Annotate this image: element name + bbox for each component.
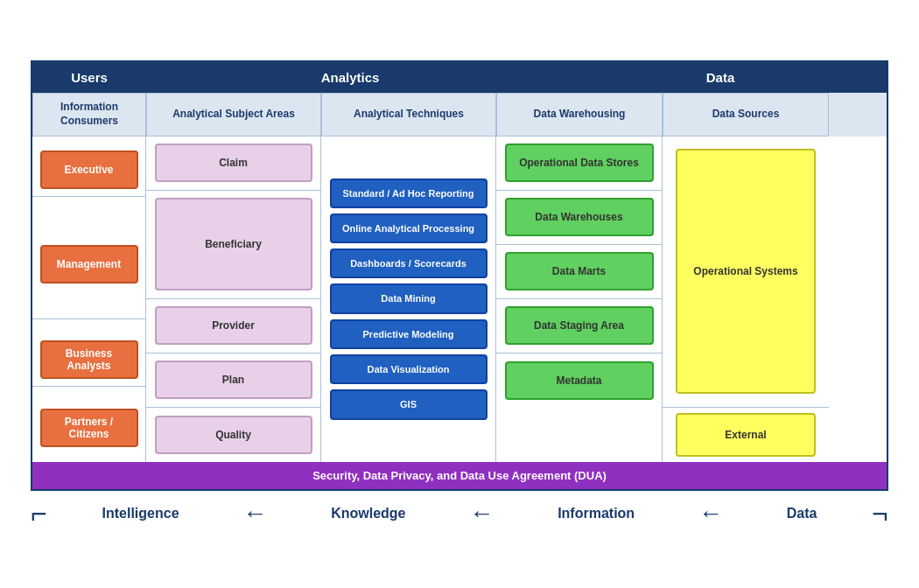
subject-plan-wrapper: Plan bbox=[146, 354, 320, 408]
sources-column: Operational Systems External bbox=[663, 136, 829, 462]
warehouse-data-marts: Data Marts bbox=[505, 252, 654, 290]
technique-olap: Online Analytical Processing bbox=[330, 214, 488, 243]
source-external: External bbox=[676, 413, 816, 457]
arrow-left-1-icon: ← bbox=[242, 500, 267, 528]
header-row: Users Analytics Data bbox=[32, 62, 887, 93]
user-partners: Partners / Citizens bbox=[40, 409, 138, 447]
bracket-right-icon: ⌐ bbox=[872, 500, 888, 528]
technique-dashboards: Dashboards / Scorecards bbox=[330, 248, 488, 278]
subject-beneficiary: Beneficiary bbox=[155, 198, 312, 290]
warehouse-operational-wrapper: Operational Data Stores bbox=[496, 136, 662, 191]
main-diagram: Users Analytics Data Information Consume… bbox=[31, 60, 888, 490]
subheader-sources: Data Sources bbox=[663, 93, 829, 136]
arrow-left-2-icon: ← bbox=[469, 500, 494, 528]
external-wrapper: External bbox=[663, 408, 829, 462]
subject-claim-wrapper: Claim bbox=[146, 136, 320, 191]
subject-quality-wrapper: Quality bbox=[146, 408, 320, 462]
subject-provider-wrapper: Provider bbox=[146, 299, 320, 354]
subheader-techniques: Analytical Techniques bbox=[321, 93, 496, 136]
header-analytics: Analytics bbox=[146, 62, 554, 93]
subheader-subject-areas: Analytical Subject Areas bbox=[146, 93, 321, 136]
techniques-column: Standard / Ad Hoc Reporting Online Analy… bbox=[321, 136, 496, 462]
warehousing-column: Operational Data Stores Data Warehouses … bbox=[496, 136, 663, 462]
subject-column: Claim Beneficiary Provider Plan Quality bbox=[146, 136, 321, 462]
flow-row: ⌐ Intelligence ← Knowledge ← Information… bbox=[31, 491, 888, 528]
technique-data-mining: Data Mining bbox=[330, 284, 488, 313]
security-bar: Security, Data Privacy, and Data Use Agr… bbox=[32, 462, 887, 489]
flow-knowledge: Knowledge bbox=[331, 506, 405, 522]
header-data: Data bbox=[554, 62, 887, 93]
user-business-analysts: Business Analysts bbox=[40, 340, 138, 379]
subheader-info-consumers: Information Consumers bbox=[32, 93, 146, 136]
user-management-wrapper: Management bbox=[32, 211, 145, 319]
user-executive: Executive bbox=[40, 150, 138, 189]
warehouse-metadata: Metadata bbox=[505, 361, 654, 400]
warehouse-metadata-wrapper: Metadata bbox=[496, 354, 662, 408]
warehouse-operational-stores: Operational Data Stores bbox=[505, 144, 654, 182]
warehouse-dw-wrapper: Data Warehouses bbox=[496, 191, 662, 245]
user-executive-wrapper: Executive bbox=[32, 143, 145, 197]
flow-information: Information bbox=[558, 506, 635, 522]
header-users: Users bbox=[32, 62, 146, 93]
warehouse-staging-wrapper: Data Staging Area bbox=[496, 299, 662, 354]
flow-data: Data bbox=[787, 506, 817, 522]
users-column: Executive Management Business Analysts P… bbox=[32, 136, 146, 462]
subheader-warehousing: Data Warehousing bbox=[496, 93, 663, 136]
warehouse-marts-wrapper: Data Marts bbox=[496, 245, 662, 299]
content-grid: Executive Management Business Analysts P… bbox=[32, 136, 887, 462]
bracket-left-icon: ⌐ bbox=[31, 500, 47, 528]
operational-systems-wrapper: Operational Systems bbox=[663, 136, 829, 408]
subject-plan: Plan bbox=[155, 360, 312, 399]
technique-standard-reporting: Standard / Ad Hoc Reporting bbox=[330, 178, 488, 208]
user-partners-wrapper: Partners / Citizens bbox=[32, 401, 145, 455]
technique-predictive-modeling: Predictive Modeling bbox=[330, 319, 488, 349]
technique-gis: GIS bbox=[330, 389, 488, 419]
user-business-wrapper: Business Analysts bbox=[32, 332, 145, 387]
source-operational-systems: Operational Systems bbox=[676, 149, 816, 394]
subheader-row: Information Consumers Analytical Subject… bbox=[32, 93, 887, 136]
warehouse-data-warehouses: Data Warehouses bbox=[505, 198, 654, 236]
arrow-left-3-icon: ← bbox=[698, 500, 723, 528]
user-management: Management bbox=[40, 245, 138, 284]
subject-provider: Provider bbox=[155, 306, 312, 345]
subject-beneficiary-wrapper: Beneficiary bbox=[146, 191, 320, 299]
warehouse-staging: Data Staging Area bbox=[505, 306, 654, 345]
subject-quality: Quality bbox=[155, 416, 312, 454]
subject-claim: Claim bbox=[155, 144, 312, 182]
technique-data-visualization: Data Visualization bbox=[330, 354, 488, 384]
flow-intelligence: Intelligence bbox=[102, 506, 179, 522]
